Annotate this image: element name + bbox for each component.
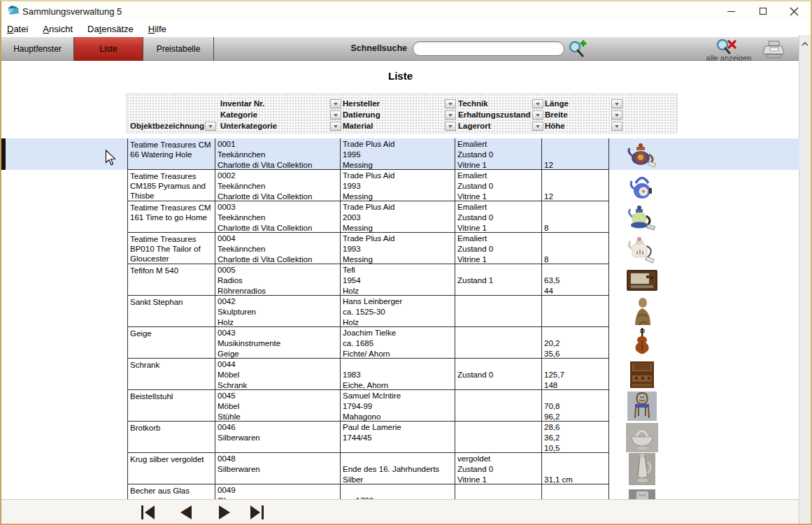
filter-dropdown-kategorie[interactable]: [330, 110, 341, 120]
menu-item-ansicht[interactable]: Ansicht: [43, 24, 73, 34]
last-record-button[interactable]: [247, 503, 268, 522]
filter-dropdown-hoehe[interactable]: [611, 122, 622, 131]
cell-inventar-group: 0044MöbelSchrank: [218, 359, 338, 390]
cell-technik-group: EmaliertZustand 0Vitrine 1: [457, 138, 539, 170]
table-row[interactable]: Sankt Stephan 0042SkulpturenHolz Hans Le…: [1, 296, 799, 327]
cell-masse-group: 28,636,210,5: [544, 422, 606, 453]
header-unterkategorie: Unterkategorie: [220, 122, 277, 130]
scroll-up-button[interactable]: [799, 38, 811, 50]
cell-masse-group: [544, 484, 606, 499]
maximize-button[interactable]: [751, 1, 775, 21]
maximize-icon: [760, 8, 767, 15]
cell-hersteller-group: Joachim Tielkeca. 1685Fichte/ Ahorn: [343, 327, 453, 359]
chair-blue-seat-thumbnail-image: [627, 391, 657, 422]
filter-dropdown-material[interactable]: [445, 122, 456, 131]
quick-search-input[interactable]: [413, 41, 564, 56]
table-row[interactable]: Geige 0043MusikinstrumenteGeige Joachim …: [1, 327, 799, 359]
next-record-icon: [217, 504, 232, 521]
title-bar[interactable]: Sammlungsverwaltung 5: [1, 1, 811, 21]
cell-technik-group: EmaliertZustand 0Vitrine 1: [457, 170, 539, 201]
cell-technik-group: Zustand 1: [457, 264, 539, 296]
cell-technik-group: [457, 484, 539, 499]
item-thumbnail[interactable]: [609, 264, 675, 296]
first-record-button[interactable]: [137, 503, 158, 522]
chevron-up-icon: [802, 42, 809, 46]
item-thumbnail[interactable]: [609, 453, 675, 484]
item-thumbnail[interactable]: [609, 327, 675, 359]
next-record-button[interactable]: [214, 503, 235, 522]
item-thumbnail[interactable]: [609, 138, 675, 170]
cell-inventar-group: 0045MöbelStühle: [218, 390, 338, 422]
filter-dropdown-unterkategorie[interactable]: [330, 122, 341, 131]
magnifier-x-icon: [715, 38, 740, 55]
header-inventar-nr: Inventar Nr.: [220, 99, 264, 108]
item-thumbnail[interactable]: [609, 296, 675, 327]
cell-objektbezeichnung: Becher aus Glas: [130, 486, 213, 496]
teapot-green-blue-thumbnail-image: [626, 203, 658, 232]
item-thumbnail[interactable]: [609, 390, 675, 422]
table-row[interactable]: Teatime Treasures CM185 Pyramus and This…: [1, 170, 799, 201]
filter-dropdown-lagerort[interactable]: [532, 122, 543, 131]
vertical-scrollbar[interactable]: [799, 35, 811, 524]
menu-item-datensätze[interactable]: Datensätze: [87, 24, 134, 34]
toolbar: HauptfensterListePreistabelle Schnellsuc…: [1, 37, 799, 61]
close-button[interactable]: [782, 1, 806, 21]
print-button[interactable]: [762, 40, 786, 62]
cell-inventar-group: 0042SkulpturenHolz: [218, 296, 338, 327]
item-thumbnail[interactable]: [609, 170, 675, 201]
filter-dropdown-technik[interactable]: [532, 99, 543, 108]
content-area: Liste Objektbezeichnung Inventar Nr. Kat…: [1, 61, 799, 499]
cell-technik-group: [457, 327, 539, 359]
filter-dropdown-breite[interactable]: [611, 110, 622, 120]
header-material: Material: [343, 122, 373, 130]
filter-dropdown-objektbezeichnung[interactable]: [205, 122, 216, 131]
table-row[interactable]: Beistellstuhl 0045MöbelStühle Samuel McI…: [1, 390, 799, 422]
cell-technik-group: vergoldetZustand 0Vitrine 1: [457, 453, 539, 484]
teapot-ornate-thumbnail-image: [626, 140, 658, 169]
filter-dropdown-laenge[interactable]: [611, 99, 622, 108]
violin-thumbnail-image: [629, 327, 655, 359]
filter-dropdown-erhaltungszustand[interactable]: [532, 110, 543, 120]
cell-objektbezeichnung: Krug silber vergoldet: [130, 454, 213, 464]
previous-record-button[interactable]: [176, 503, 197, 522]
cell-masse-group: 125,7148: [544, 359, 606, 390]
item-thumbnail[interactable]: [609, 359, 675, 390]
tab-liste[interactable]: Liste: [74, 37, 143, 61]
filter-dropdown-datierung[interactable]: [445, 110, 456, 120]
table-row[interactable]: Teatime Treasures BP010 The Tailor of Gl…: [1, 233, 799, 264]
table-row[interactable]: Teatime Treasures CM 161 Time to go Home…: [1, 201, 799, 233]
minimize-button[interactable]: [719, 1, 743, 21]
teapot-blue-handle-thumbnail-image: [626, 171, 658, 201]
cell-inventar-group: 0002TeekännchenCharlotte di Vita Collekt…: [218, 170, 338, 201]
menu-item-hilfe[interactable]: Hilfe: [148, 24, 166, 34]
cell-hersteller-group: Tefi1954Holz: [343, 264, 453, 296]
item-thumbnail[interactable]: [609, 233, 675, 264]
menu-item-datei[interactable]: Datei: [7, 24, 28, 34]
cell-masse-group: 8: [544, 201, 606, 233]
table-row[interactable]: Teatime Treasures CM 66 Watering Hole 00…: [1, 138, 799, 170]
tab-preistabelle[interactable]: Preistabelle: [143, 37, 214, 61]
item-thumbnail[interactable]: [609, 422, 675, 453]
table-row[interactable]: Brotkorb 0046Silberwaren Paul de Lamerie…: [1, 422, 799, 453]
silver-basket-thumbnail-image: [625, 422, 659, 453]
item-thumbnail[interactable]: [609, 201, 675, 233]
table-row[interactable]: Becher aus Glas 0049Glaswaren ca. 1700: [1, 484, 799, 499]
tab-hauptfenster[interactable]: Hauptfenster: [1, 37, 74, 61]
header-erhaltungszustand: Erhaltungszustand: [458, 110, 531, 119]
header-hersteller: Hersteller: [343, 99, 380, 108]
item-thumbnail[interactable]: [609, 484, 675, 499]
tab-strip: HauptfensterListePreistabelle: [1, 37, 214, 61]
page-title: Liste: [1, 70, 799, 82]
cell-inventar-group: 0004TeekännchenCharlotte di Vita Collekt…: [218, 233, 338, 264]
filter-dropdown-inventar-nr[interactable]: [330, 99, 341, 108]
cell-hersteller-group: Trade Plus Aid2003Messing: [343, 201, 453, 233]
filter-dropdown-hersteller[interactable]: [445, 99, 456, 108]
table-row[interactable]: Tefifon M 540 0005RadiosRöhrenradios Tef…: [1, 264, 799, 296]
cell-inventar-group: 0001TeekännchenCharlotte di Vita Collekt…: [218, 138, 338, 170]
cell-objektbezeichnung: Teatime Treasures BP010 The Tailor of Gl…: [130, 234, 213, 264]
magnifier-plus-icon: [567, 40, 587, 59]
table-row[interactable]: Krug silber vergoldet 0048Silberwaren En…: [1, 453, 799, 484]
search-add-button[interactable]: [567, 40, 587, 62]
cell-technik-group: EmaliertZustand 0Vitrine 1: [457, 233, 539, 264]
table-row[interactable]: Schrank 0044MöbelSchrank 1983Eiche, Ahor…: [1, 359, 799, 390]
